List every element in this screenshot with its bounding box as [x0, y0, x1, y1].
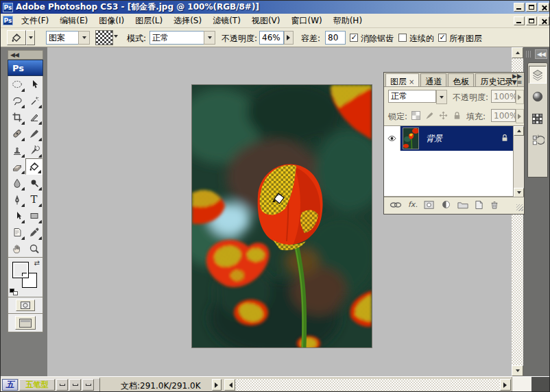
- document-canvas[interactable]: [191, 84, 372, 348]
- ime-name-button[interactable]: 五笔型: [19, 379, 55, 391]
- hscroll-left-button[interactable]: [224, 379, 235, 391]
- tool-move[interactable]: [25, 76, 43, 93]
- lock-pixels-button[interactable]: [424, 110, 435, 121]
- menu-view[interactable]: 视图(V): [246, 14, 286, 28]
- pattern-picker-dropdown-button[interactable]: [114, 38, 118, 47]
- tab-close-icon[interactable]: ×: [409, 78, 414, 86]
- tool-shape[interactable]: [25, 208, 43, 224]
- adjustment-layer-icon[interactable]: [441, 199, 451, 210]
- dock-swatches-button[interactable]: [529, 110, 547, 127]
- menu-help[interactable]: 帮助(H): [328, 14, 368, 28]
- delete-layer-icon[interactable]: [490, 200, 499, 210]
- blend-mode-dropdown-button[interactable]: [436, 90, 447, 104]
- menu-select[interactable]: 选择(S): [168, 14, 207, 28]
- screen-mode-button[interactable]: [15, 316, 36, 330]
- tool-hand[interactable]: [8, 241, 25, 257]
- opacity-spinner-button[interactable]: [284, 31, 294, 45]
- tool-lasso[interactable]: [8, 93, 25, 109]
- lock-transparency-button[interactable]: [410, 110, 422, 121]
- dock-styles-button[interactable]: [529, 88, 547, 106]
- mode-dropdown-button[interactable]: [204, 31, 215, 45]
- menu-image[interactable]: 图像(I): [93, 14, 130, 28]
- tool-eraser[interactable]: [8, 158, 25, 175]
- opacity-input[interactable]: 46%: [259, 31, 284, 45]
- hscroll-track[interactable]: [235, 379, 500, 391]
- status-flyout-button[interactable]: [212, 379, 222, 391]
- tool-preset-dropdown-button[interactable]: [26, 30, 35, 45]
- tab-layers[interactable]: 图层×: [385, 73, 419, 86]
- tab-channels[interactable]: 通道: [420, 73, 446, 86]
- tool-crop[interactable]: [8, 109, 25, 125]
- tolerance-input[interactable]: 80: [325, 31, 346, 45]
- tool-brush[interactable]: [25, 125, 43, 142]
- restore-button[interactable]: [526, 3, 537, 12]
- lock-position-button[interactable]: [438, 110, 449, 121]
- title-bar[interactable]: Ps Adobe Photoshop CS3 - [郁金香.jpg @ 100%…: [1, 1, 550, 14]
- dock-layers-button[interactable]: [529, 66, 547, 84]
- blend-mode-select[interactable]: 正常: [388, 90, 436, 103]
- tool-zoom[interactable]: [25, 241, 43, 257]
- dock-history-button[interactable]: [529, 132, 547, 149]
- dock-handle[interactable]: ◀◀: [525, 49, 549, 60]
- tool-eyedropper[interactable]: [25, 224, 43, 241]
- menu-window[interactable]: 窗口(W): [285, 14, 327, 28]
- list-scroll-down-button[interactable]: [514, 188, 524, 197]
- menu-layer[interactable]: 图层(L): [130, 14, 168, 28]
- tool-notes[interactable]: [8, 224, 25, 241]
- tool-type[interactable]: T: [25, 191, 43, 208]
- tool-blur[interactable]: [8, 175, 25, 191]
- hscroll-right-button[interactable]: [500, 379, 511, 391]
- tool-history-brush[interactable]: [25, 142, 43, 158]
- layer-list-scrollbar[interactable]: [513, 126, 524, 197]
- document-icon[interactable]: Ps: [3, 16, 13, 25]
- fill-field[interactable]: 100%: [491, 109, 516, 122]
- dock-collapse-button[interactable]: ◀◀: [535, 49, 547, 59]
- panel-resize-grip[interactable]: [516, 204, 523, 211]
- swap-colors-icon[interactable]: ⇄: [34, 259, 40, 267]
- tool-preset-button[interactable]: [7, 30, 26, 45]
- default-colors-icon[interactable]: [10, 289, 18, 295]
- menu-file[interactable]: 文件(F): [16, 14, 54, 28]
- doc-restore-button[interactable]: [526, 16, 537, 25]
- close-button[interactable]: [538, 3, 549, 12]
- ime-logo-button[interactable]: 五: [2, 379, 18, 391]
- menu-edit[interactable]: 编辑(E): [54, 14, 93, 28]
- new-layer-icon[interactable]: [475, 200, 483, 210]
- add-mask-icon[interactable]: [424, 200, 435, 210]
- layer-opacity-field[interactable]: 100%: [491, 90, 516, 103]
- new-group-icon[interactable]: [457, 200, 468, 209]
- doc-close-button[interactable]: [538, 16, 549, 25]
- ime-option-button-2[interactable]: [69, 379, 81, 391]
- tool-slice[interactable]: [25, 109, 43, 125]
- mode-select[interactable]: 正常: [150, 31, 204, 45]
- anti-alias-checkbox[interactable]: [350, 34, 358, 42]
- layer-thumbnail[interactable]: [403, 127, 419, 149]
- tool-elliptical-marquee[interactable]: [8, 76, 25, 93]
- vscroll-up-button[interactable]: [512, 47, 523, 58]
- layer-visibility-cell[interactable]: [384, 126, 400, 151]
- pattern-picker-swatch[interactable]: [95, 30, 113, 45]
- all-layers-checkbox[interactable]: [438, 34, 446, 42]
- tab-swatches[interactable]: 色板: [448, 73, 474, 86]
- vscroll-down-button[interactable]: [512, 365, 523, 376]
- ime-option-button-1[interactable]: [56, 379, 68, 391]
- foreground-color-swatch[interactable]: [12, 262, 29, 278]
- fill-source-select[interactable]: 图案: [46, 31, 79, 45]
- minimize-button[interactable]: [514, 3, 525, 12]
- menu-filter[interactable]: 滤镜(T): [207, 14, 246, 28]
- list-scroll-up-button[interactable]: [514, 126, 524, 136]
- panel-menu-icon[interactable]: ▼≡: [512, 79, 523, 86]
- tool-dodge[interactable]: [25, 175, 43, 191]
- link-layers-icon[interactable]: [390, 201, 402, 209]
- tool-pen[interactable]: [8, 191, 25, 208]
- layer-row-background[interactable]: 背景: [384, 126, 513, 151]
- toolbox-collapse-button[interactable]: ◀◀: [8, 50, 43, 60]
- fill-source-dropdown-button[interactable]: [78, 31, 90, 45]
- tool-magic-wand[interactable]: [25, 93, 43, 109]
- tool-paint-bucket[interactable]: [25, 158, 43, 175]
- tool-clone-stamp[interactable]: [8, 142, 25, 158]
- lock-all-button[interactable]: [451, 110, 463, 121]
- ime-toolbar[interactable]: 五 五笔型: [1, 378, 100, 392]
- doc-minimize-button[interactable]: [514, 16, 525, 25]
- fill-spinner[interactable]: [516, 109, 524, 123]
